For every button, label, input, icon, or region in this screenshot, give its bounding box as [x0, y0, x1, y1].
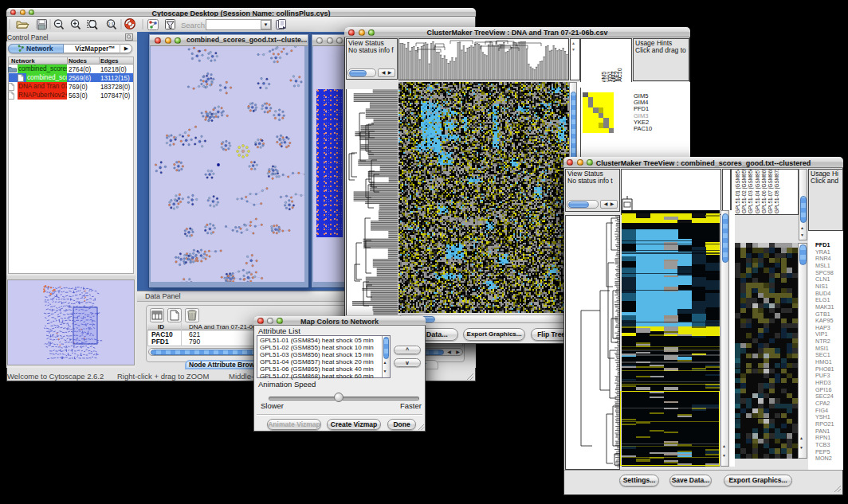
svg-text:1:1: 1:1: [108, 21, 114, 26]
